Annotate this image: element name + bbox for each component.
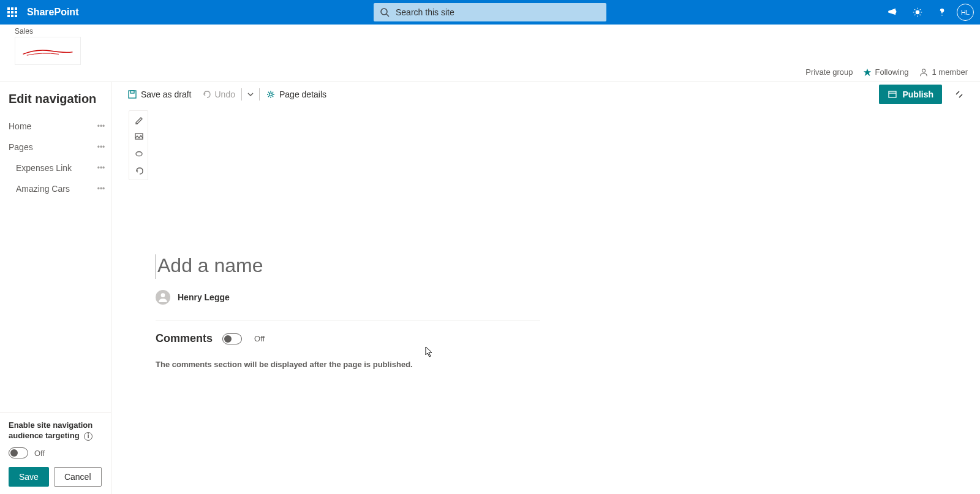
nav-item-more-icon[interactable]: ••• [95,184,107,193]
save-button[interactable]: Save [9,467,49,487]
group-type-label: Private group [805,67,853,77]
user-avatar[interactable]: HL [957,4,974,21]
site-info-row: Private group Following 1 member [0,65,980,82]
title-toolbox [129,110,148,180]
svg-point-20 [136,152,142,156]
svg-rect-14 [129,91,136,98]
nav-item-home[interactable]: Home ••• [0,116,111,137]
content-area: Save as draft Undo Page details Publish [111,82,980,494]
title-area[interactable]: Add a name Henry Legge [156,107,540,321]
separator [259,88,260,101]
nav-list: Home ••• Pages ••• Expenses Link ••• Ama… [0,113,111,412]
svg-line-10 [386,14,389,17]
nav-item-more-icon[interactable]: ••• [95,122,107,131]
author-name[interactable]: Henry Legge [178,292,230,302]
comments-toggle[interactable] [222,333,242,344]
svg-rect-1 [11,7,13,10]
image-layout-icon[interactable] [129,128,149,145]
cancel-button[interactable]: Cancel [54,467,102,487]
nav-item-amazing-cars[interactable]: Amazing Cars ••• [0,178,111,199]
svg-point-13 [922,69,925,72]
nav-editor-panel: Edit navigation Home ••• Pages ••• Expen… [0,82,111,494]
suite-bar: SharePoint HL [0,0,980,25]
comments-title: Comments [156,332,213,345]
site-name[interactable]: Sales [15,27,980,37]
nav-footer: Enable site navigation audience targetin… [0,412,111,494]
svg-point-21 [161,293,165,297]
nav-item-expenses-link[interactable]: Expenses Link ••• [0,158,111,178]
author-avatar-icon [156,290,170,305]
shape-icon[interactable] [129,145,149,162]
following-label: Following [875,67,909,77]
comments-note: The comments section will be displayed a… [156,360,540,369]
following-button[interactable]: Following [863,67,909,77]
chevron-down-icon [246,89,255,99]
nav-item-label: Amazing Cars [16,184,70,194]
settings-gear-icon[interactable] [905,0,930,25]
publish-button[interactable]: Publish [879,85,942,104]
info-icon[interactable]: i [84,432,92,441]
svg-rect-8 [15,15,17,17]
svg-rect-3 [7,11,10,13]
svg-rect-4 [11,11,13,13]
help-icon[interactable] [930,0,954,25]
svg-rect-6 [7,15,10,17]
nav-item-more-icon[interactable]: ••• [95,164,107,172]
members-button[interactable]: 1 member [919,67,968,77]
save-as-draft-button[interactable]: Save as draft [123,82,197,107]
undo-icon [202,89,211,99]
expand-icon[interactable] [949,85,969,104]
audience-toggle-state: Off [34,449,45,458]
app-launcher-icon[interactable] [0,0,24,25]
page-canvas: Add a name Henry Legge Comments Off T [111,107,980,387]
product-name[interactable]: SharePoint [24,7,78,18]
nav-item-more-icon[interactable]: ••• [95,143,107,151]
members-label: 1 member [932,67,968,77]
svg-rect-0 [7,7,10,10]
svg-point-16 [269,93,272,96]
separator [241,88,242,101]
edit-title-icon[interactable] [129,111,149,128]
undo-button[interactable]: Undo [197,82,240,107]
gear-icon [266,89,276,99]
svg-rect-2 [15,7,17,10]
svg-point-11 [916,10,919,13]
svg-rect-17 [889,91,896,97]
page-body: Add a name Henry Legge Comments Off T [148,107,540,369]
audience-targeting-toggle[interactable] [9,447,28,458]
nav-item-label: Expenses Link [16,163,72,173]
reset-icon[interactable] [129,162,149,180]
svg-point-9 [381,9,387,15]
comments-toggle-state: Off [254,334,265,343]
audience-targeting-label: Enable site navigation audience targetin… [9,420,102,441]
nav-editor-title: Edit navigation [0,82,111,113]
author-row: Henry Legge [156,290,540,305]
nav-item-pages[interactable]: Pages ••• [0,137,111,158]
svg-point-12 [941,15,942,15]
search-box[interactable] [374,3,606,21]
site-header: Sales [0,25,980,65]
publish-icon [888,89,897,99]
page-details-button[interactable]: Page details [261,82,331,107]
save-icon [127,89,137,99]
person-icon [919,68,928,77]
megaphone-icon[interactable] [881,0,905,25]
svg-rect-15 [130,91,134,93]
site-logo[interactable] [15,37,81,65]
comments-section: Comments Off The comments section will b… [156,321,540,369]
search-input[interactable] [396,7,600,17]
undo-chevron-button[interactable] [243,82,258,107]
nav-item-label: Home [9,121,31,131]
nav-item-label: Pages [9,142,33,152]
search-icon [380,7,390,17]
page-title-input[interactable]: Add a name [156,254,540,279]
command-bar: Save as draft Undo Page details Publish [111,82,980,107]
svg-rect-7 [11,15,13,17]
svg-rect-5 [15,11,17,13]
star-filled-icon [863,68,872,77]
